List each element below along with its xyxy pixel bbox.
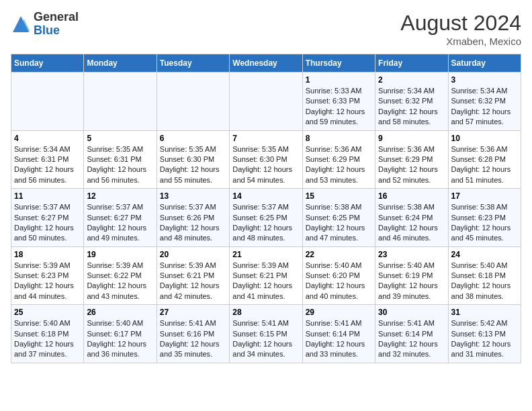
day-info: Sunrise: 5:39 AM Sunset: 6:22 PM Dayligh… xyxy=(87,261,153,302)
calendar-cell: 10Sunrise: 5:36 AM Sunset: 6:28 PM Dayli… xyxy=(448,130,521,189)
calendar-week-5: 25Sunrise: 5:40 AM Sunset: 6:18 PM Dayli… xyxy=(11,305,521,363)
day-info: Sunrise: 5:35 AM Sunset: 6:30 PM Dayligh… xyxy=(160,144,226,186)
day-number: 23 xyxy=(378,250,445,259)
calendar-cell: 20Sunrise: 5:39 AM Sunset: 6:21 PM Dayli… xyxy=(157,246,229,305)
weekday-header-saturday: Saturday xyxy=(448,54,521,73)
calendar-cell: 6Sunrise: 5:35 AM Sunset: 6:30 PM Daylig… xyxy=(157,130,229,189)
day-info: Sunrise: 5:34 AM Sunset: 6:32 PM Dayligh… xyxy=(451,86,518,128)
calendar-cell: 16Sunrise: 5:38 AM Sunset: 6:24 PM Dayli… xyxy=(375,189,448,247)
calendar-cell: 15Sunrise: 5:38 AM Sunset: 6:25 PM Dayli… xyxy=(302,189,375,247)
calendar-week-4: 18Sunrise: 5:39 AM Sunset: 6:23 PM Dayli… xyxy=(11,246,521,305)
calendar-cell xyxy=(157,73,229,131)
day-number: 31 xyxy=(451,308,518,317)
day-number: 5 xyxy=(87,134,153,143)
day-number: 20 xyxy=(160,250,226,259)
day-info: Sunrise: 5:42 AM Sunset: 6:13 PM Dayligh… xyxy=(451,318,518,360)
day-info: Sunrise: 5:35 AM Sunset: 6:30 PM Dayligh… xyxy=(232,144,299,186)
calendar-cell: 14Sunrise: 5:37 AM Sunset: 6:25 PM Dayli… xyxy=(230,189,302,247)
weekday-header: SundayMondayTuesdayWednesdayThursdayFrid… xyxy=(11,54,521,73)
weekday-header-sunday: Sunday xyxy=(11,54,84,73)
day-number: 17 xyxy=(451,191,518,201)
day-info: Sunrise: 5:41 AM Sunset: 6:16 PM Dayligh… xyxy=(160,318,226,360)
day-number: 24 xyxy=(451,250,518,259)
calendar-cell: 11Sunrise: 5:37 AM Sunset: 6:27 PM Dayli… xyxy=(11,189,84,247)
day-info: Sunrise: 5:39 AM Sunset: 6:21 PM Dayligh… xyxy=(160,261,226,302)
calendar-week-3: 11Sunrise: 5:37 AM Sunset: 6:27 PM Dayli… xyxy=(11,189,521,247)
calendar-cell: 13Sunrise: 5:37 AM Sunset: 6:26 PM Dayli… xyxy=(157,189,229,247)
day-info: Sunrise: 5:40 AM Sunset: 6:18 PM Dayligh… xyxy=(14,318,81,360)
day-info: Sunrise: 5:38 AM Sunset: 6:24 PM Dayligh… xyxy=(378,202,445,244)
day-number: 22 xyxy=(306,250,372,259)
day-info: Sunrise: 5:37 AM Sunset: 6:25 PM Dayligh… xyxy=(232,202,299,244)
day-info: Sunrise: 5:36 AM Sunset: 6:29 PM Dayligh… xyxy=(306,144,372,186)
calendar-cell: 19Sunrise: 5:39 AM Sunset: 6:22 PM Dayli… xyxy=(84,246,157,305)
day-info: Sunrise: 5:41 AM Sunset: 6:14 PM Dayligh… xyxy=(378,318,445,360)
calendar-cell: 9Sunrise: 5:36 AM Sunset: 6:29 PM Daylig… xyxy=(375,130,448,189)
calendar-body: 1Sunrise: 5:33 AM Sunset: 6:33 PM Daylig… xyxy=(11,73,521,363)
day-number: 18 xyxy=(14,250,81,259)
calendar-cell: 30Sunrise: 5:41 AM Sunset: 6:14 PM Dayli… xyxy=(375,305,448,363)
calendar-cell: 2Sunrise: 5:34 AM Sunset: 6:32 PM Daylig… xyxy=(375,73,448,131)
calendar-cell: 8Sunrise: 5:36 AM Sunset: 6:29 PM Daylig… xyxy=(302,130,375,189)
day-info: Sunrise: 5:35 AM Sunset: 6:31 PM Dayligh… xyxy=(87,144,153,186)
day-number: 26 xyxy=(87,308,153,317)
day-info: Sunrise: 5:36 AM Sunset: 6:28 PM Dayligh… xyxy=(451,144,518,186)
day-number: 28 xyxy=(232,308,299,317)
calendar-cell: 23Sunrise: 5:40 AM Sunset: 6:19 PM Dayli… xyxy=(375,246,448,305)
calendar-cell: 21Sunrise: 5:39 AM Sunset: 6:21 PM Dayli… xyxy=(230,246,302,305)
day-number: 11 xyxy=(14,191,81,201)
day-info: Sunrise: 5:39 AM Sunset: 6:23 PM Dayligh… xyxy=(14,261,81,302)
day-number: 4 xyxy=(14,134,81,143)
weekday-header-wednesday: Wednesday xyxy=(230,54,302,73)
calendar-cell: 31Sunrise: 5:42 AM Sunset: 6:13 PM Dayli… xyxy=(448,305,521,363)
calendar-cell: 27Sunrise: 5:41 AM Sunset: 6:16 PM Dayli… xyxy=(157,305,229,363)
calendar-table: SundayMondayTuesdayWednesdayThursdayFrid… xyxy=(11,54,521,363)
day-number: 25 xyxy=(14,308,81,317)
day-number: 16 xyxy=(378,191,445,201)
page-header: General Blue August 2024 Xmaben, Mexico xyxy=(11,11,521,47)
logo-line2: Blue xyxy=(34,24,79,38)
calendar-cell xyxy=(11,73,84,131)
weekday-header-friday: Friday xyxy=(375,54,448,73)
day-info: Sunrise: 5:40 AM Sunset: 6:17 PM Dayligh… xyxy=(87,318,153,360)
title-block: August 2024 Xmaben, Mexico xyxy=(400,11,521,47)
day-number: 7 xyxy=(232,134,299,143)
day-number: 6 xyxy=(160,134,226,143)
calendar-cell xyxy=(84,73,157,131)
logo-line1: General xyxy=(34,11,79,24)
day-number: 2 xyxy=(378,75,445,85)
weekday-header-monday: Monday xyxy=(84,54,157,73)
day-number: 27 xyxy=(160,308,226,317)
month-year: August 2024 xyxy=(400,11,521,36)
day-info: Sunrise: 5:37 AM Sunset: 6:27 PM Dayligh… xyxy=(87,202,153,244)
day-info: Sunrise: 5:34 AM Sunset: 6:32 PM Dayligh… xyxy=(378,86,445,128)
day-info: Sunrise: 5:37 AM Sunset: 6:26 PM Dayligh… xyxy=(160,202,226,244)
weekday-header-tuesday: Tuesday xyxy=(157,54,229,73)
weekday-header-thursday: Thursday xyxy=(302,54,375,73)
day-number: 8 xyxy=(306,134,372,143)
day-info: Sunrise: 5:40 AM Sunset: 6:18 PM Dayligh… xyxy=(451,261,518,302)
calendar-cell: 5Sunrise: 5:35 AM Sunset: 6:31 PM Daylig… xyxy=(84,130,157,189)
day-number: 29 xyxy=(306,308,372,317)
day-info: Sunrise: 5:41 AM Sunset: 6:15 PM Dayligh… xyxy=(232,318,299,360)
calendar-cell: 24Sunrise: 5:40 AM Sunset: 6:18 PM Dayli… xyxy=(448,246,521,305)
day-number: 1 xyxy=(306,75,372,85)
day-info: Sunrise: 5:37 AM Sunset: 6:27 PM Dayligh… xyxy=(14,202,81,244)
day-number: 9 xyxy=(378,134,445,143)
calendar-cell xyxy=(230,73,302,131)
calendar-cell: 29Sunrise: 5:41 AM Sunset: 6:14 PM Dayli… xyxy=(302,305,375,363)
calendar-cell: 12Sunrise: 5:37 AM Sunset: 6:27 PM Dayli… xyxy=(84,189,157,247)
day-number: 12 xyxy=(87,191,153,201)
day-info: Sunrise: 5:38 AM Sunset: 6:25 PM Dayligh… xyxy=(306,202,372,244)
calendar-cell: 26Sunrise: 5:40 AM Sunset: 6:17 PM Dayli… xyxy=(84,305,157,363)
day-number: 3 xyxy=(451,75,518,85)
day-number: 30 xyxy=(378,308,445,317)
day-info: Sunrise: 5:40 AM Sunset: 6:20 PM Dayligh… xyxy=(306,261,372,302)
calendar-week-2: 4Sunrise: 5:34 AM Sunset: 6:31 PM Daylig… xyxy=(11,130,521,189)
calendar-cell: 28Sunrise: 5:41 AM Sunset: 6:15 PM Dayli… xyxy=(230,305,302,363)
day-number: 14 xyxy=(232,191,299,201)
day-info: Sunrise: 5:34 AM Sunset: 6:31 PM Dayligh… xyxy=(14,144,81,186)
day-number: 13 xyxy=(160,191,226,201)
day-info: Sunrise: 5:33 AM Sunset: 6:33 PM Dayligh… xyxy=(306,86,372,128)
calendar-cell: 1Sunrise: 5:33 AM Sunset: 6:33 PM Daylig… xyxy=(302,73,375,131)
